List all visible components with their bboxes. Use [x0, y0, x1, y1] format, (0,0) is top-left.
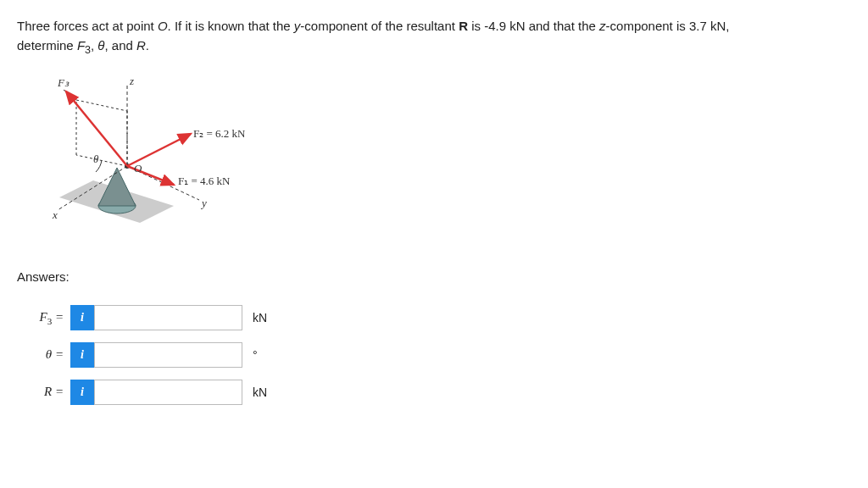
label-F3: F₃: [58, 76, 69, 90]
label-F1: F₁ = 4.6 kN: [178, 175, 230, 188]
info-button-R[interactable]: i: [70, 380, 94, 405]
answer-row-F3: F3 = i kN: [25, 305, 851, 330]
answer-row-theta: θ = i °: [25, 342, 851, 368]
label-theta: θ: [93, 152, 98, 166]
answer-row-R: R = i kN: [25, 380, 851, 405]
var-label-R: R =: [25, 385, 64, 401]
answers-heading: Answers:: [17, 269, 851, 284]
label-x: x: [53, 208, 58, 222]
input-R[interactable]: [94, 380, 242, 405]
var-label-theta: θ =: [25, 347, 64, 363]
var-label-F3: F3 =: [25, 310, 64, 326]
input-F3[interactable]: [94, 305, 242, 330]
question-line2: determine F3, θ, and R.: [17, 38, 149, 53]
label-F2: F₂ = 6.2 kN: [193, 127, 245, 141]
info-button-F3[interactable]: i: [70, 305, 94, 330]
label-O: O: [134, 162, 142, 175]
unit-F3: kN: [253, 311, 267, 324]
input-theta[interactable]: [94, 342, 242, 368]
label-z: z: [130, 75, 134, 88]
svg-line-9: [76, 100, 127, 111]
force-diagram: F₃ z F₂ = 6.2 kN F₁ = 4.6 kN O θ x y: [42, 75, 297, 244]
question-text: Three forces act at point O. If it is kn…: [17, 17, 851, 58]
diagram-svg: [42, 75, 297, 244]
unit-R: kN: [253, 385, 267, 399]
info-button-theta[interactable]: i: [70, 342, 94, 368]
label-y: y: [202, 197, 207, 210]
question-line1: Three forces act at point O. If it is kn…: [17, 19, 729, 33]
unit-theta: °: [253, 348, 258, 362]
